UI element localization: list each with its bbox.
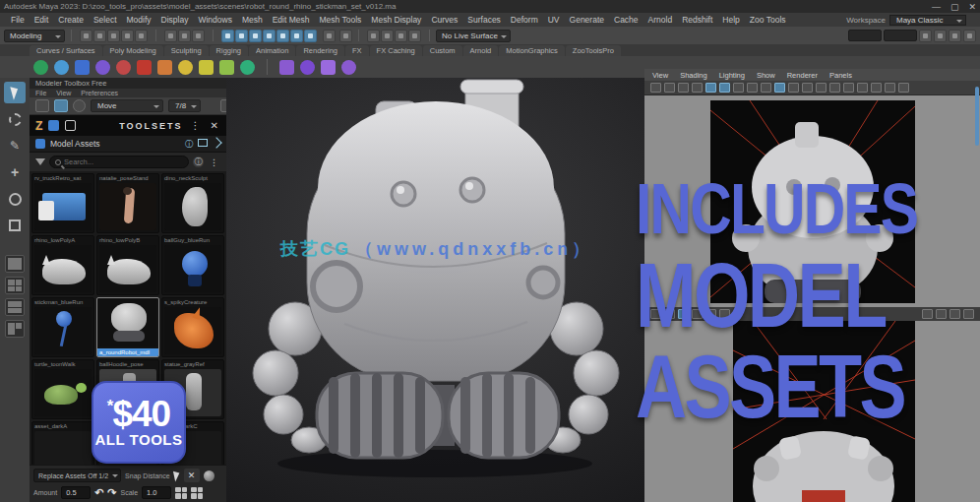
asset-thumbnail[interactable]: ballGuy_blueRun: [161, 235, 224, 295]
menu-set-dropdown[interactable]: Modeling: [4, 30, 65, 42]
asset-thumbnail[interactable]: natalie_poseStand: [96, 173, 159, 233]
asset-thumbnail[interactable]: stickman_blueRun: [31, 297, 94, 357]
ipr-render-icon[interactable]: [395, 30, 407, 42]
menu-item[interactable]: Edit Mesh: [268, 15, 315, 25]
shelf-tool-icon[interactable]: [137, 60, 152, 75]
workspace-dropdown[interactable]: Maya Classic: [889, 15, 966, 26]
undo-icon[interactable]: [121, 30, 134, 42]
render-settings-icon[interactable]: [408, 30, 421, 42]
paint-select-tool-icon[interactable]: ✎: [4, 135, 26, 157]
panel-menu-item[interactable]: Panels: [829, 71, 852, 80]
replace-assets-dropdown[interactable]: Replace Assets Off 1/2: [33, 469, 121, 482]
plugin-window-titlebar[interactable]: Modeler Toolbox Free: [30, 78, 226, 89]
shelf-tab[interactable]: MotionGraphics: [499, 45, 565, 56]
bookmark-icon[interactable]: [692, 83, 703, 93]
image-plane-icon[interactable]: [705, 83, 716, 93]
minimize-button[interactable]: —: [932, 2, 941, 12]
shelf-utility-icon[interactable]: [279, 60, 294, 75]
menu-item[interactable]: Mesh Display: [366, 15, 426, 25]
rotate-tool-icon[interactable]: [4, 188, 26, 210]
channel-box-icon[interactable]: [963, 30, 976, 42]
info-icon[interactable]: ⓘ: [193, 157, 204, 167]
shelf-tool-icon[interactable]: [33, 60, 48, 75]
asset-thumbnail[interactable]: rhino_lowPolyA: [31, 235, 94, 295]
snap-view-plane-icon[interactable]: [276, 30, 289, 42]
shelf-tool-icon[interactable]: [54, 60, 69, 75]
select-camera-icon[interactable]: [650, 83, 661, 93]
plugin-menu-item[interactable]: File: [35, 90, 46, 96]
shelf-tab[interactable]: Rigging: [210, 45, 248, 56]
open-scene-icon[interactable]: [93, 30, 106, 42]
textured-icon[interactable]: [857, 83, 868, 93]
gate-mask-icon[interactable]: [774, 83, 785, 93]
snap-surface-icon[interactable]: [290, 30, 303, 42]
shelf-tab[interactable]: Arnold: [463, 45, 499, 56]
filter-icon[interactable]: [35, 158, 45, 165]
ao-icon[interactable]: [898, 83, 909, 93]
asset-thumbnail[interactable]: rv_truckRetro_sat: [31, 173, 94, 233]
shadows-icon[interactable]: [885, 83, 895, 93]
menu-item[interactable]: Mesh: [237, 15, 268, 25]
snap-grid-icon[interactable]: [221, 30, 234, 42]
modeling-toolkit-icon[interactable]: [919, 30, 932, 42]
shelf-tool-icon[interactable]: [157, 60, 172, 75]
film-gate-icon[interactable]: [747, 83, 758, 93]
shelf-tab[interactable]: FX: [345, 45, 369, 56]
menu-item[interactable]: Deform: [506, 15, 543, 25]
panel-menu-item[interactable]: Shading: [680, 71, 707, 80]
close-panel-icon[interactable]: ✕: [209, 120, 220, 131]
shelf-tool-icon[interactable]: [116, 60, 131, 75]
coordinate-field-y[interactable]: [884, 30, 917, 41]
panel-menu-item[interactable]: View: [652, 71, 668, 80]
kebab-menu-icon[interactable]: ⋮: [189, 120, 203, 131]
lock-camera-icon[interactable]: [664, 83, 675, 93]
menu-item[interactable]: Modify: [122, 15, 156, 25]
shelf-utility-icon[interactable]: [341, 60, 356, 75]
res-gate-icon[interactable]: [761, 83, 771, 93]
menu-item[interactable]: Mesh Tools: [315, 15, 367, 25]
output-connections-icon[interactable]: [339, 30, 352, 42]
refresh-icon[interactable]: [73, 99, 86, 112]
render-icon[interactable]: [381, 30, 394, 42]
move-tool-icon[interactable]: +: [4, 161, 26, 183]
new-scene-icon[interactable]: [80, 30, 92, 42]
ratio-dropdown[interactable]: 7/8: [168, 99, 201, 112]
plugin-menu-item[interactable]: View: [56, 90, 71, 96]
close-button[interactable]: ✕: [968, 2, 976, 12]
safe-action-icon[interactable]: [802, 83, 813, 93]
field-chart-icon[interactable]: [788, 83, 799, 93]
amount-field[interactable]: 0.5: [61, 486, 91, 499]
active-mode-icon[interactable]: [54, 99, 68, 112]
menu-item[interactable]: Arnold: [643, 15, 678, 25]
search-input[interactable]: Search...: [49, 156, 189, 168]
menu-item[interactable]: Curves: [426, 15, 462, 25]
menu-item[interactable]: Help: [717, 15, 744, 25]
scale-field[interactable]: 1.0: [142, 486, 171, 499]
shelf-tab[interactable]: ZooToolsPro: [566, 45, 621, 56]
menu-item[interactable]: File: [6, 15, 30, 25]
shaded-icon[interactable]: [843, 83, 854, 93]
shelf-tab[interactable]: Curves / Surfaces: [30, 45, 102, 56]
shelf-tab[interactable]: Rendering: [296, 45, 344, 56]
shelf-tool-icon[interactable]: [178, 60, 193, 75]
menu-item[interactable]: Display: [156, 15, 194, 25]
zoo-logo-icon[interactable]: Z: [35, 119, 42, 133]
coordinate-field-x[interactable]: [848, 30, 882, 41]
lights-icon[interactable]: [871, 83, 882, 93]
safe-title-icon[interactable]: [816, 83, 827, 93]
shelf-tab[interactable]: Animation: [249, 45, 295, 56]
layout-grid-icon[interactable]: [191, 487, 203, 499]
outliner-layout-button[interactable]: [5, 320, 25, 338]
attribute-editor-icon[interactable]: [934, 30, 947, 42]
maximize-button[interactable]: ▢: [950, 2, 959, 12]
menu-item[interactable]: Generate: [565, 15, 609, 25]
make-live-icon[interactable]: [304, 30, 317, 42]
live-surface-dropdown[interactable]: No Live Surface: [436, 30, 511, 42]
fill-icon[interactable]: [829, 83, 840, 93]
tool-mode-dropdown[interactable]: Move: [91, 99, 163, 112]
menu-item[interactable]: Edit: [30, 15, 54, 25]
shelf-tool-icon[interactable]: [95, 60, 110, 75]
select-hierarchy-icon[interactable]: [164, 30, 177, 42]
panel-menu-item[interactable]: Renderer: [787, 71, 818, 80]
section-layout-icon[interactable]: [198, 139, 208, 147]
